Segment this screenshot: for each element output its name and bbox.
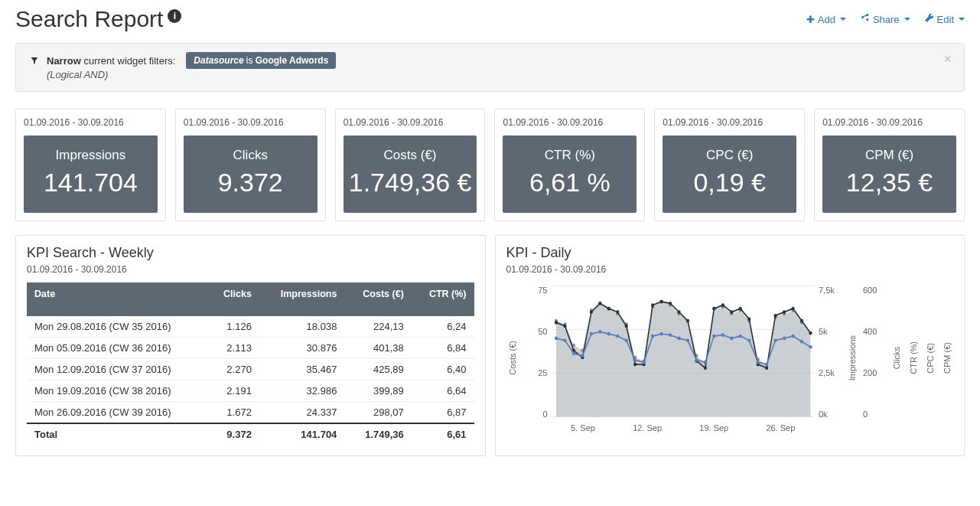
kpi-tile-value: 1.749,36 € [347, 168, 474, 198]
daily-panel: KPI - Daily 01.09.2016 - 30.09.2016 Cost… [495, 235, 965, 456]
x-axis-labels: 5. Sep12. Sep19. Sep26. Sep [552, 423, 815, 433]
table-cell: 141.704 [259, 423, 344, 445]
table-row[interactable]: Mon 05.09.2016 (CW 36 2016)2.11330.87640… [27, 338, 474, 359]
table-cell: 6,61 [412, 423, 474, 445]
filter-desc: current widget filters: [83, 55, 175, 67]
table-cell: 2.270 [207, 359, 259, 380]
svg-point-71 [616, 335, 619, 338]
info-icon[interactable]: i [168, 9, 181, 23]
svg-point-75 [651, 335, 654, 338]
table-cell: Mon 05.09.2016 (CW 36 2016) [27, 338, 207, 359]
svg-point-82 [712, 335, 715, 338]
filter-tag[interactable]: Datasource is Google Adwords [186, 52, 336, 69]
table-row[interactable]: Mon 26.09.2016 (CW 39 2016)1.67224.33729… [27, 402, 474, 424]
filter-narrow: Narrow [47, 55, 81, 67]
weekly-date-range: 01.09.2016 - 30.09.2016 [27, 264, 474, 275]
chart-area[interactable]: 5. Sep12. Sep19. Sep26. Sep [552, 282, 815, 433]
table-row-total: Total9.372141.7041.749,366,61 [27, 423, 474, 445]
weekly-table-head: DateClicksImpressionsCosts (€)CTR (%) [27, 282, 474, 316]
edit-button[interactable]: Edit [924, 13, 965, 25]
svg-point-55 [738, 307, 741, 311]
weekly-col-header[interactable]: Clicks [207, 282, 259, 316]
weekly-col-header[interactable]: Date [27, 282, 207, 316]
table-cell: 35.467 [259, 359, 344, 380]
svg-point-87 [756, 361, 759, 364]
x-tick: 12. Sep [633, 423, 662, 433]
axis-title-right1: Impressions [846, 335, 858, 380]
table-cell: Total [27, 423, 207, 445]
svg-point-41 [616, 311, 619, 315]
svg-point-76 [659, 332, 663, 336]
svg-point-78 [677, 337, 680, 341]
axis-title-right5: CPM (€) [941, 342, 953, 374]
kpi-tile-value: 12,35 € [825, 168, 953, 198]
kpi-tile[interactable]: 01.09.2016 - 30.09.2016 CTR (%) 6,61 % [494, 109, 645, 221]
edit-label: Edit [937, 14, 954, 25]
svg-point-69 [598, 330, 601, 334]
svg-point-72 [624, 339, 627, 343]
svg-point-68 [589, 332, 592, 336]
caret-down-icon [959, 18, 965, 21]
axis-tick: 50 [538, 327, 547, 336]
weekly-table: DateClicksImpressionsCosts (€)CTR (%) Mo… [27, 282, 474, 445]
share-icon [860, 13, 870, 25]
filter-tag-mid: is [246, 55, 253, 66]
svg-point-85 [738, 335, 741, 338]
page-title-text: Search Report [15, 6, 163, 32]
svg-point-51 [703, 367, 706, 371]
axis-tick: 7,5k [819, 286, 835, 295]
page-title: Search Report i [15, 6, 181, 32]
table-cell: 1.126 [207, 316, 259, 338]
svg-point-83 [721, 334, 724, 338]
x-tick: 26. Sep [766, 423, 795, 433]
kpi-tile-date: 01.09.2016 - 30.09.2016 [184, 117, 317, 128]
filter-icon [30, 56, 39, 65]
svg-point-34 [554, 321, 557, 325]
close-icon[interactable]: × [943, 51, 952, 67]
table-row[interactable]: Mon 19.09.2016 (CW 38 2016)2.19132.98639… [27, 380, 474, 402]
weekly-col-header[interactable]: CTR (%) [412, 282, 474, 316]
svg-point-38 [589, 311, 592, 315]
axis-tick: 2,5k [819, 368, 835, 377]
table-row[interactable]: Mon 12.09.2016 (CW 37 2016)2.27035.46742… [27, 359, 474, 380]
svg-point-47 [668, 302, 671, 305]
add-label: Add [818, 14, 835, 25]
table-row[interactable]: Mon 29.08.2016 (CW 35 2016)1.12618.03822… [27, 316, 474, 338]
svg-point-64 [554, 337, 557, 341]
table-cell: Mon 26.09.2016 (CW 39 2016) [27, 402, 207, 424]
table-cell: 32.986 [259, 380, 344, 402]
kpi-tile[interactable]: 01.09.2016 - 30.09.2016 Costs (€) 1.749,… [335, 109, 486, 221]
caret-down-icon [904, 18, 910, 21]
share-button[interactable]: Share [860, 13, 910, 25]
table-cell: 425,89 [344, 359, 411, 380]
kpi-tile[interactable]: 01.09.2016 - 30.09.2016 CPC (€) 0,19 € [654, 109, 805, 221]
svg-point-93 [809, 345, 812, 349]
table-cell: Mon 29.08.2016 (CW 35 2016) [27, 316, 207, 338]
svg-point-58 [765, 367, 768, 371]
add-button[interactable]: ✚ Add [806, 13, 846, 25]
svg-point-66 [571, 352, 575, 356]
svg-point-40 [607, 307, 610, 311]
axis-tick: 0 [542, 410, 547, 419]
kpi-tile-box: CPC (€) 0,19 € [663, 135, 796, 213]
table-cell: Mon 19.09.2016 (CW 38 2016) [27, 380, 207, 402]
svg-point-84 [730, 337, 733, 341]
daily-date-range: 01.09.2016 - 30.09.2016 [506, 264, 954, 275]
table-cell: 9.372 [207, 423, 259, 445]
svg-point-62 [799, 319, 803, 323]
kpi-tile[interactable]: 01.09.2016 - 30.09.2016 Impressions 141.… [15, 109, 166, 221]
kpi-tile-date: 01.09.2016 - 30.09.2016 [663, 117, 796, 128]
axis-title-right3: CTR (%) [907, 341, 920, 374]
kpi-tile-box: CTR (%) 6,61 % [503, 135, 637, 213]
svg-point-63 [809, 331, 812, 335]
table-cell: 24.337 [259, 402, 344, 424]
table-cell: 6,87 [412, 402, 474, 424]
svg-point-79 [685, 339, 689, 343]
kpi-tile[interactable]: 01.09.2016 - 30.09.2016 CPM (€) 12,35 € [814, 109, 965, 221]
svg-point-65 [563, 339, 566, 343]
weekly-col-header[interactable]: Impressions [259, 282, 344, 316]
table-cell: 399,89 [344, 380, 411, 402]
table-cell: 224,13 [344, 316, 411, 338]
weekly-col-header[interactable]: Costs (€) [344, 282, 411, 316]
kpi-tile[interactable]: 01.09.2016 - 30.09.2016 Clicks 9.372 [175, 109, 326, 221]
